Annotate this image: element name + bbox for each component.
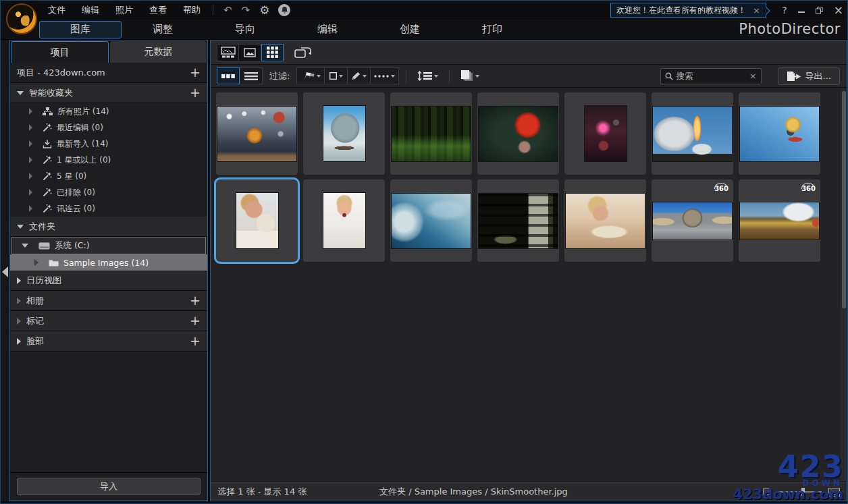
tree-item-smart-2[interactable]: 最新导入 (14): [10, 136, 207, 152]
photo-thumbnail-portrait-relaxed-woman[interactable]: [564, 179, 646, 262]
tree-item-smart-3[interactable]: 1 星或以上 (0): [10, 152, 207, 168]
add-smart-collection-button[interactable]: +: [190, 86, 201, 99]
tree-item-smart-0[interactable]: 所有照片 (14): [10, 103, 207, 119]
photo-thumbnail-basketball-dunk[interactable]: [216, 92, 298, 175]
photo-thumbnail-ocean-wave[interactable]: [390, 179, 472, 262]
section-smart-collection[interactable]: 智能收藏夹 +: [10, 83, 207, 103]
expand-right-icon[interactable]: [29, 157, 32, 163]
single-view-button[interactable]: [239, 44, 261, 61]
tree-item-smart-5[interactable]: 已排除 (0): [10, 184, 207, 200]
menu-item-file[interactable]: 文件: [41, 2, 72, 18]
expand-right-icon[interactable]: [17, 318, 21, 325]
badge-360: 360: [714, 183, 728, 192]
photo-thumbnail-skateboarder-jump[interactable]: [739, 92, 820, 175]
sort-button[interactable]: [413, 67, 442, 84]
export-button[interactable]: 导出...: [778, 67, 840, 85]
module-tab-create[interactable]: 创建: [369, 21, 451, 38]
project-header-label: 项目 - 423down.com: [17, 67, 105, 79]
expand-right-icon[interactable]: [29, 124, 32, 131]
list-view-button[interactable]: [240, 67, 263, 84]
photo-grid: 360360: [211, 88, 847, 482]
tree-item-smart-1[interactable]: 最近编辑 (0): [10, 119, 207, 136]
gear-icon[interactable]: ⚙: [255, 3, 274, 17]
tree-item-label: 1 星或以上 (0): [57, 155, 111, 166]
add-tag-button[interactable]: +: [190, 314, 201, 327]
thumbnail-view-button[interactable]: [217, 67, 240, 84]
module-tab-adjustment[interactable]: 调整: [122, 21, 204, 38]
photo-thumbnail-boat-karst-bay[interactable]: [303, 92, 385, 175]
expand-right-icon[interactable]: [29, 205, 32, 212]
expand-down-icon[interactable]: [22, 244, 28, 248]
undo-icon[interactable]: ↶: [219, 4, 237, 16]
search-clear-icon[interactable]: ×: [749, 71, 757, 81]
photo-thumbnail-neon-cafe-sign[interactable]: [564, 92, 646, 175]
photo-thumbnail-red-maple-leaf[interactable]: [477, 92, 559, 175]
help-button[interactable]: ?: [782, 5, 787, 16]
tree-item-smart-4[interactable]: 5 星 (0): [10, 168, 207, 184]
browse-view-button[interactable]: [217, 44, 239, 61]
minimize-button[interactable]: [798, 7, 805, 13]
tab-project[interactable]: 项目: [11, 41, 109, 63]
search-input[interactable]: [677, 71, 746, 81]
menu-item-photo[interactable]: 照片: [109, 2, 140, 18]
notification-bell-icon[interactable]: [278, 4, 290, 16]
stack-button[interactable]: [456, 67, 483, 84]
expand-right-icon[interactable]: [29, 108, 32, 115]
grid-view-button[interactable]: [261, 44, 284, 61]
add-project-button[interactable]: +: [190, 66, 201, 79]
add-album-button[interactable]: +: [190, 294, 201, 307]
photo-thumbnail-dark-window-light[interactable]: [477, 179, 559, 262]
expand-right-icon[interactable]: [29, 173, 32, 179]
expand-right-icon[interactable]: [29, 140, 32, 147]
redo-icon[interactable]: ↷: [237, 4, 255, 16]
tab-metadata[interactable]: 元数据: [110, 41, 207, 63]
grid-scrollbar-thumb[interactable]: [842, 91, 846, 308]
welcome-notification[interactable]: 欢迎您！在此查看所有的教程视频！ ×: [610, 3, 766, 18]
tree-item-smart-6[interactable]: 讯连云 (0): [10, 200, 207, 217]
photo-thumbnail-forest-sunlight[interactable]: [390, 92, 472, 175]
collapse-left-icon[interactable]: [2, 267, 8, 277]
photo-thumbnail-pano-desert-ridge[interactable]: 360: [739, 179, 820, 262]
section-tags[interactable]: 标记 +: [10, 311, 207, 331]
label-filter-button[interactable]: [325, 67, 348, 84]
add-face-button[interactable]: +: [190, 335, 201, 347]
expand-right-icon[interactable]: [34, 259, 38, 266]
expand-right-icon[interactable]: [17, 338, 21, 345]
photo-thumbnail-portrait-smiling-woman[interactable]: [216, 179, 298, 262]
edited-filter-button[interactable]: [348, 67, 371, 84]
thumbnail-size-slider[interactable]: [778, 491, 822, 493]
flag-filter-button[interactable]: [296, 67, 325, 84]
restore-button[interactable]: [816, 7, 823, 14]
menu-item-help[interactable]: 帮助: [176, 2, 207, 18]
import-button[interactable]: 导入: [17, 478, 201, 495]
module-tab-edit[interactable]: 编辑: [286, 21, 369, 38]
expand-right-icon[interactable]: [17, 277, 21, 284]
search-box[interactable]: ×: [660, 68, 762, 84]
section-folders[interactable]: 文件夹: [10, 217, 207, 237]
section-calendar-view[interactable]: 日历视图: [10, 271, 207, 291]
zoom-out-thumbnail-icon[interactable]: [763, 488, 772, 495]
rating-filter-button[interactable]: [371, 67, 399, 84]
expand-right-icon[interactable]: [17, 298, 21, 304]
module-tab-guided[interactable]: 导向: [204, 21, 286, 38]
module-tab-print[interactable]: 打印: [451, 21, 533, 38]
close-button[interactable]: ×: [834, 3, 843, 17]
expand-right-icon[interactable]: [29, 189, 32, 196]
tree-item-drive-c[interactable]: 系统 (C:): [11, 237, 206, 254]
photo-thumbnail-rocket-launch[interactable]: [652, 92, 733, 175]
notification-close-icon[interactable]: ×: [753, 5, 760, 16]
section-faces[interactable]: 脸部 +: [10, 331, 207, 352]
zoom-in-thumbnail-icon[interactable]: [828, 488, 840, 497]
mirror-view-button[interactable]: [292, 45, 315, 60]
menu-item-edit[interactable]: 编辑: [75, 2, 106, 18]
photo-thumbnail-portrait-laughing-woman[interactable]: [303, 179, 385, 262]
panel-collapse-strip[interactable]: [1, 40, 9, 501]
tree-item-sample-images[interactable]: Sample Images (14): [10, 254, 207, 271]
expand-down-icon[interactable]: [17, 225, 24, 229]
menu-item-view[interactable]: 查看: [142, 2, 174, 18]
slider-handle[interactable]: [801, 488, 805, 496]
photo-thumbnail-pano-canyon-road[interactable]: 360: [652, 179, 733, 262]
section-albums[interactable]: 相册 +: [10, 291, 207, 311]
module-tab-library[interactable]: 图库: [39, 21, 122, 38]
expand-down-icon[interactable]: [17, 91, 24, 95]
